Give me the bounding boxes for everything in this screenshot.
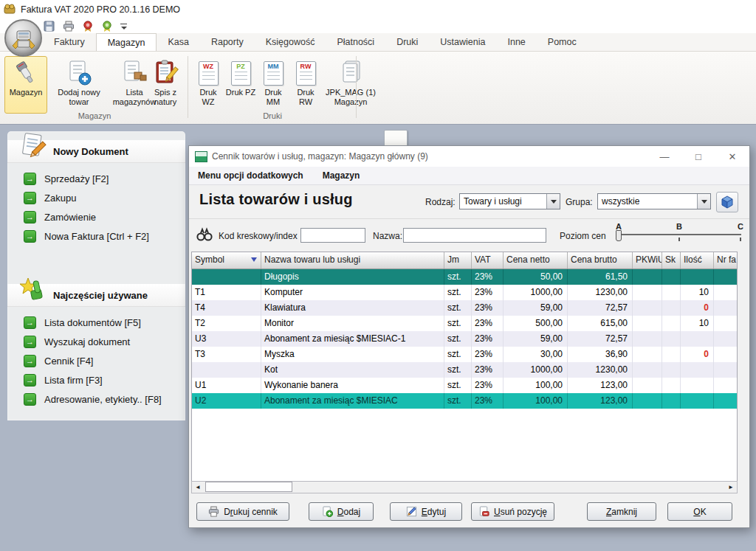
table-cell[interactable]: Komputer <box>261 285 444 300</box>
print-pricelist-button[interactable]: Drukuj cennik <box>196 502 289 521</box>
table-cell[interactable] <box>633 393 662 409</box>
column-header-nazwa[interactable]: Nazwa towaru lub usługi <box>261 252 444 268</box>
table-cell[interactable] <box>633 347 662 362</box>
table-cell[interactable] <box>633 316 662 331</box>
table-cell[interactable]: szt. <box>444 285 472 300</box>
table-cell[interactable]: Klawiatura <box>261 300 444 316</box>
table-cell[interactable]: U2 <box>192 393 261 409</box>
druk-pz-button[interactable]: PZ Druk PZ <box>224 56 257 114</box>
sidebar-item-zamowienie[interactable]: →Zamówienie <box>7 207 185 226</box>
table-cell[interactable] <box>662 316 681 331</box>
table-cell[interactable]: 100,00 <box>504 378 568 393</box>
name-input[interactable] <box>403 228 546 243</box>
horizontal-scrollbar[interactable]: ◄ ► <box>191 481 738 493</box>
table-cell[interactable]: 23% <box>472 362 504 378</box>
table-cell[interactable] <box>662 285 681 300</box>
table-cell[interactable] <box>714 347 737 362</box>
table-cell[interactable]: szt. <box>444 269 472 285</box>
award-red-icon[interactable] <box>81 20 94 32</box>
barcode-input[interactable] <box>300 228 365 243</box>
chevron-down-icon[interactable] <box>546 194 560 209</box>
table-cell[interactable] <box>714 269 737 285</box>
scroll-right-icon[interactable]: ► <box>725 482 737 493</box>
table-cell[interactable] <box>633 269 662 285</box>
table-cell[interactable]: 23% <box>472 300 504 316</box>
table-cell[interactable]: 23% <box>472 285 504 300</box>
table-cell[interactable]: 61,50 <box>568 269 633 285</box>
table-cell[interactable] <box>192 269 261 285</box>
table-cell[interactable]: Abonament za miesiąc $MIESIAC-1 <box>261 331 444 347</box>
magazyn-button[interactable]: Magazyn <box>4 56 47 114</box>
tab-raporty[interactable]: Raporty <box>200 33 255 51</box>
table-cell[interactable] <box>681 362 714 378</box>
column-header-ilosc[interactable]: Ilość <box>681 252 714 268</box>
grupa-select[interactable]: wszystkie <box>597 193 711 209</box>
table-cell[interactable] <box>633 362 662 378</box>
table-cell[interactable] <box>662 347 681 362</box>
table-cell[interactable]: szt. <box>444 393 472 409</box>
table-cell[interactable]: 59,00 <box>504 300 568 316</box>
table-cell[interactable]: 59,00 <box>504 331 568 347</box>
table-cell[interactable]: 1230,00 <box>568 285 633 300</box>
sidebar-item-nowa-faktura[interactable]: →Nowa Faktura [Ctrl + F2] <box>7 226 185 246</box>
table-cell[interactable] <box>714 316 737 331</box>
sidebar-item-lista-firm[interactable]: →Lista firm [F3] <box>7 370 185 389</box>
column-header-pkwiu[interactable]: PKWiU <box>633 252 662 268</box>
table-cell[interactable] <box>681 269 714 285</box>
column-header-cena-brutto[interactable]: Cena brutto <box>568 252 633 268</box>
sidebar-item-cennik[interactable]: →Cennik [F4] <box>7 351 185 370</box>
table-row[interactable]: Kotszt.23%1000,001230,00 <box>192 362 737 378</box>
spis-z-natury-button[interactable]: Spis z natury <box>145 56 186 114</box>
slider-thumb[interactable] <box>616 230 622 241</box>
table-cell[interactable]: 10 <box>681 316 714 331</box>
table-cell[interactable] <box>714 393 737 409</box>
table-cell[interactable] <box>681 393 714 409</box>
druk-wz-button[interactable]: WZ Druk WZ <box>192 56 224 114</box>
table-row[interactable]: U2Abonament za miesiąc $MIESIACszt.23%10… <box>192 393 737 409</box>
groups-cube-button[interactable] <box>716 192 738 212</box>
tab-druki[interactable]: Druki <box>385 33 429 51</box>
table-cell[interactable]: 23% <box>472 378 504 393</box>
tab-ksiegowosc[interactable]: Księgowość <box>255 33 326 51</box>
minimize-icon[interactable]: — <box>647 146 681 167</box>
table-cell[interactable]: 100,00 <box>504 393 568 409</box>
table-row[interactable]: U3Abonament za miesiąc $MIESIAC-1szt.23%… <box>192 331 737 347</box>
druk-mm-button[interactable]: MM Druk MM <box>257 56 289 114</box>
table-cell[interactable]: Kot <box>261 362 444 378</box>
table-cell[interactable]: Wykonanie banera <box>261 378 444 393</box>
table-cell[interactable] <box>662 362 681 378</box>
sort-desc-icon[interactable] <box>251 257 257 262</box>
sidebar-item-lista-dokumentow[interactable]: →Lista dokumentów [F5] <box>7 313 185 332</box>
table-cell[interactable]: 72,57 <box>568 331 633 347</box>
delete-item-button[interactable]: Usuń pozycję <box>471 502 554 521</box>
column-header-vat[interactable]: VAT <box>472 252 504 268</box>
table-cell[interactable] <box>662 378 681 393</box>
sidebar-item-zakupu[interactable]: →Zakupu <box>7 188 185 207</box>
table-row[interactable]: T3Myszkaszt.23%30,0036,900 <box>192 347 737 362</box>
slider-track[interactable] <box>617 234 741 235</box>
table-cell[interactable]: 50,00 <box>504 269 568 285</box>
column-header-nr[interactable]: Nr fa <box>714 252 737 268</box>
table-cell[interactable] <box>714 285 737 300</box>
table-cell[interactable]: 23% <box>472 331 504 347</box>
table-cell[interactable]: 72,57 <box>568 300 633 316</box>
table-cell[interactable]: Długopis <box>261 269 444 285</box>
table-cell[interactable]: 30,00 <box>504 347 568 362</box>
column-header-sk[interactable]: Sk <box>662 252 681 268</box>
table-cell[interactable]: 23% <box>472 316 504 331</box>
table-cell[interactable]: szt. <box>444 347 472 362</box>
table-cell[interactable] <box>714 378 737 393</box>
table-cell[interactable] <box>192 362 261 378</box>
scroll-left-icon[interactable]: ◄ <box>192 482 204 493</box>
table-cell[interactable]: U3 <box>192 331 261 347</box>
scrollbar-thumb[interactable] <box>205 482 292 492</box>
table-cell[interactable]: T1 <box>192 285 261 300</box>
table-cell[interactable]: Abonament za miesiąc $MIESIAC <box>261 393 444 409</box>
table-row[interactable]: U1Wykonanie baneraszt.23%100,00123,00 <box>192 378 737 393</box>
table-cell[interactable] <box>662 331 681 347</box>
table-row[interactable]: T4Klawiaturaszt.23%59,0072,570 <box>192 300 737 316</box>
druk-rw-button[interactable]: RW Druk RW <box>289 56 322 114</box>
tab-kasa[interactable]: Kasa <box>157 33 200 51</box>
maximize-icon[interactable]: □ <box>681 146 715 167</box>
table-cell[interactable]: 23% <box>472 269 504 285</box>
